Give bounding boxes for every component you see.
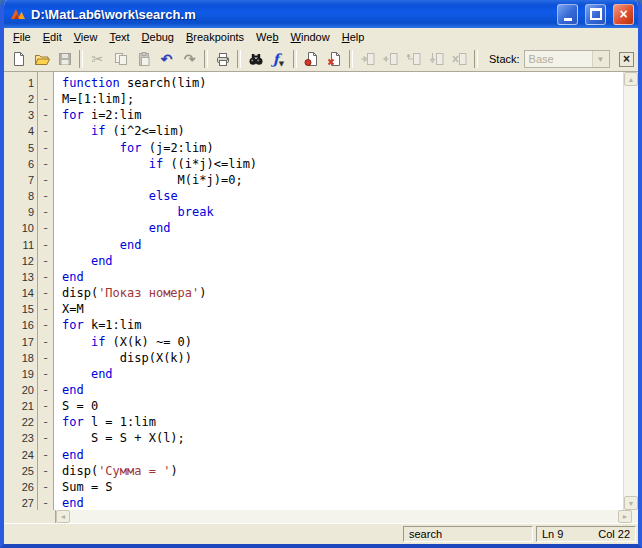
- menu-item-debug[interactable]: Debug: [136, 29, 180, 46]
- close-button[interactable]: ×: [613, 4, 634, 25]
- code-line[interactable]: disp('Показ номера'): [62, 285, 623, 301]
- code-line[interactable]: end: [62, 220, 623, 236]
- code-line[interactable]: end: [62, 237, 623, 253]
- line-number: 18: [4, 350, 34, 366]
- breakpoint-dash[interactable]: -: [38, 301, 53, 317]
- code-line[interactable]: if (i^2<=lim): [62, 123, 623, 139]
- code-line[interactable]: function search(lim): [62, 75, 623, 91]
- breakpoint-dash[interactable]: -: [38, 495, 53, 510]
- title-bar[interactable]: D:\MatLab6\work\search.m ×: [4, 0, 638, 28]
- cut-button: ✂: [86, 49, 109, 70]
- code-line[interactable]: S = S + X(l);: [62, 430, 623, 446]
- breakpoint-dash[interactable]: -: [38, 156, 53, 172]
- code-line[interactable]: end: [62, 447, 623, 463]
- scroll-right-icon[interactable]: ►: [618, 510, 632, 523]
- breakpoint-dash[interactable]: -: [38, 382, 53, 398]
- breakpoint-dash[interactable]: -: [38, 253, 53, 269]
- breakpoint-dash[interactable]: -: [38, 172, 53, 188]
- print-icon: [215, 51, 231, 67]
- code-line[interactable]: else: [62, 188, 623, 204]
- menu-item-window[interactable]: Window: [285, 29, 336, 46]
- menu-item-file[interactable]: File: [7, 29, 37, 46]
- code-line[interactable]: M(i*j)=0;: [62, 172, 623, 188]
- code-line[interactable]: break: [62, 204, 623, 220]
- breakpoint-dash[interactable]: -: [38, 220, 53, 236]
- breakpoint-dash[interactable]: -: [38, 317, 53, 333]
- open-file-button[interactable]: [30, 49, 53, 70]
- menu-item-breakpoints[interactable]: Breakpoints: [180, 29, 250, 46]
- maximize-button[interactable]: [585, 4, 606, 25]
- quit-debugging-icon: [452, 51, 468, 67]
- scroll-left-icon[interactable]: ◄: [56, 510, 70, 523]
- code-line[interactable]: X=M: [62, 301, 623, 317]
- code-line[interactable]: disp('Сумма = '): [62, 463, 623, 479]
- code-line[interactable]: for (j=2:lim): [62, 140, 623, 156]
- breakpoint-dash[interactable]: -: [38, 366, 53, 382]
- code-line[interactable]: for l = 1:lim: [62, 414, 623, 430]
- step-in-icon: [360, 51, 376, 67]
- breakpoint-dash[interactable]: -: [38, 414, 53, 430]
- breakpoint-dash[interactable]: -: [38, 91, 53, 107]
- breakpoint-gutter[interactable]: --------------------------: [38, 72, 54, 510]
- code-line[interactable]: if ((i*j)<=lim): [62, 156, 623, 172]
- new-file-button[interactable]: [7, 49, 30, 70]
- breakpoint-dash[interactable]: -: [38, 334, 53, 350]
- cursor-position-field: Ln 9 Col 22: [536, 526, 636, 542]
- find-button[interactable]: [244, 49, 267, 70]
- breakpoint-dash[interactable]: [38, 75, 53, 91]
- breakpoint-dash[interactable]: -: [38, 107, 53, 123]
- menu-item-help[interactable]: Help: [336, 29, 371, 46]
- editor-close-button[interactable]: ×: [619, 52, 634, 67]
- stack-dropdown[interactable]: Base ▼: [524, 50, 610, 68]
- code-line[interactable]: if (X(k) ~= 0): [62, 334, 623, 350]
- breakpoint-dash[interactable]: -: [38, 398, 53, 414]
- breakpoint-dash[interactable]: -: [38, 285, 53, 301]
- breakpoint-dash[interactable]: -: [38, 123, 53, 139]
- menu-item-web[interactable]: Web: [250, 29, 284, 46]
- clear-all-breakpoints-button[interactable]: [323, 49, 346, 70]
- stack-value: Base: [529, 53, 554, 65]
- breakpoint-dash[interactable]: -: [38, 463, 53, 479]
- print-button[interactable]: [211, 49, 234, 70]
- code-line[interactable]: for i=2:lim: [62, 107, 623, 123]
- code-line[interactable]: S = 0: [62, 398, 623, 414]
- breakpoint-dash[interactable]: -: [38, 188, 53, 204]
- menu-item-view[interactable]: View: [68, 29, 104, 46]
- set-clear-breakpoint-icon: [304, 51, 320, 67]
- undo-button[interactable]: ↶: [155, 49, 178, 70]
- code-line[interactable]: for k=1:lim: [62, 317, 623, 333]
- breakpoint-dash[interactable]: -: [38, 430, 53, 446]
- breakpoint-dash[interactable]: -: [38, 269, 53, 285]
- breakpoint-dash[interactable]: -: [38, 447, 53, 463]
- menu-item-text[interactable]: Text: [103, 29, 135, 46]
- breakpoint-dash[interactable]: -: [38, 237, 53, 253]
- set-clear-breakpoint-button[interactable]: [300, 49, 323, 70]
- scroll-up-icon[interactable]: ▲: [624, 72, 638, 86]
- line-number: 12: [4, 253, 34, 269]
- code-line[interactable]: end: [62, 253, 623, 269]
- code-line[interactable]: Sum = S: [62, 479, 623, 495]
- code-line[interactable]: end: [62, 382, 623, 398]
- code-line[interactable]: M=[1:lim];: [62, 91, 623, 107]
- code-line[interactable]: end: [62, 269, 623, 285]
- code-area[interactable]: function search(lim)M=[1:lim];for i=2:li…: [54, 72, 623, 510]
- function-browser-button[interactable]: ƒ▼: [267, 49, 290, 70]
- minimize-button[interactable]: [557, 4, 578, 25]
- horizontal-scroll-track[interactable]: [70, 510, 618, 523]
- scroll-down-icon[interactable]: ▼: [624, 496, 638, 510]
- code-line[interactable]: end: [62, 366, 623, 382]
- breakpoint-dash[interactable]: -: [38, 350, 53, 366]
- toolbar-buttons: ✂↶↷ƒ▼: [7, 49, 481, 70]
- breakpoint-dash[interactable]: -: [38, 204, 53, 220]
- maximize-icon: [590, 8, 602, 20]
- paste-icon: [136, 51, 152, 67]
- menu-item-edit[interactable]: Edit: [37, 29, 68, 46]
- code-line[interactable]: end: [62, 495, 623, 510]
- vertical-scrollbar[interactable]: ▲ ▼: [623, 72, 638, 510]
- breakpoint-dash[interactable]: -: [38, 479, 53, 495]
- code-line[interactable]: disp(X(k)): [62, 350, 623, 366]
- clear-all-breakpoints-icon: [327, 51, 343, 67]
- minimize-icon: [564, 18, 572, 21]
- line-number: 6: [4, 156, 34, 172]
- breakpoint-dash[interactable]: -: [38, 140, 53, 156]
